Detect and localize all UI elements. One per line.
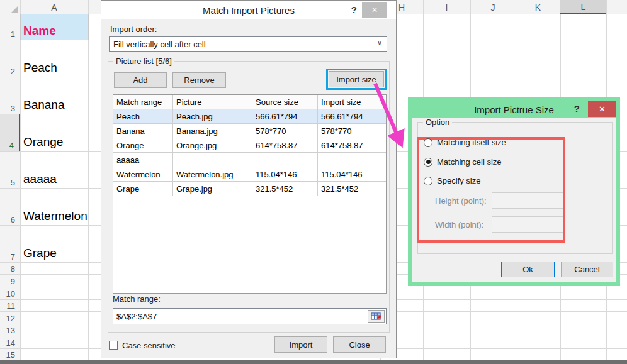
cell-source-size[interactable] xyxy=(252,153,318,167)
import-button[interactable]: Import xyxy=(274,336,327,353)
close-icon[interactable]: ✕ xyxy=(362,2,387,18)
table-row[interactable]: Peach Peach.jpg 566.61*794 566.61*794 xyxy=(113,109,386,124)
select-all-corner[interactable] xyxy=(0,0,20,14)
table-row[interactable]: Watermelon Watermelon.jpg 115.04*146 115… xyxy=(113,167,386,182)
cell-picture[interactable]: Banana.jpg xyxy=(173,124,252,138)
row-header-1[interactable]: 1 xyxy=(0,14,20,40)
cell-source-size[interactable]: 578*770 xyxy=(252,124,318,138)
cell-source-size[interactable]: 321.5*452 xyxy=(252,182,318,196)
add-button[interactable]: Add xyxy=(114,72,167,88)
row-header-8[interactable]: 8 xyxy=(0,262,20,274)
cell-match-range[interactable]: aaaaa xyxy=(113,153,173,167)
picture-list-table: Match range Picture Source size Import s… xyxy=(113,94,387,294)
radio-row-matching-cell[interactable]: Matching cell size xyxy=(424,157,502,167)
size-dialog-body: Option Matching itself size Matching cel… xyxy=(412,118,616,282)
row-header-15[interactable]: 15 xyxy=(0,348,20,360)
dialog-titlebar[interactable]: Match Import Pictures ? ✕ xyxy=(101,1,396,19)
cell-a6[interactable]: Watermelon xyxy=(21,188,88,225)
case-sensitive-label: Case sensitive xyxy=(122,341,176,350)
row-header-11[interactable]: 11 xyxy=(0,299,20,311)
gridline xyxy=(88,0,89,360)
cell-picture[interactable]: Watermelon.jpg xyxy=(173,167,252,181)
cell-a1[interactable]: Name xyxy=(21,14,88,40)
cell-picture[interactable]: Orange.jpg xyxy=(173,138,252,152)
size-dialog-titlebar[interactable]: Import Pictrue Size ? ✕ xyxy=(412,101,616,118)
annotation-arrow-icon xyxy=(368,79,411,152)
row-header-6[interactable]: 6 xyxy=(0,188,20,225)
table-row[interactable]: Banana Banana.jpg 578*770 578*770 xyxy=(113,124,386,138)
cell-match-range[interactable]: Banana xyxy=(113,124,173,138)
cell-import-size[interactable]: 321.5*452 xyxy=(318,182,386,196)
cell-a4[interactable]: Orange xyxy=(21,114,88,151)
col-header-match-range[interactable]: Match range xyxy=(113,95,173,109)
row-header-3[interactable]: 3 xyxy=(0,77,20,114)
cell-a7[interactable]: Grape xyxy=(21,225,88,262)
col-header-source-size[interactable]: Source size xyxy=(252,95,318,109)
cell-a3[interactable]: Banana xyxy=(21,77,88,114)
cell-match-range[interactable]: Watermelon xyxy=(113,167,173,181)
ok-button[interactable]: Ok xyxy=(501,262,555,277)
cell-picture[interactable] xyxy=(173,153,252,167)
column-header-l-selected[interactable]: L xyxy=(560,0,606,14)
radio-label: Matching itself size xyxy=(437,138,506,147)
row-header-5[interactable]: 5 xyxy=(0,151,20,188)
help-icon[interactable]: ? xyxy=(574,103,580,114)
option-group-label: Option xyxy=(423,118,452,127)
radio-icon[interactable] xyxy=(424,177,432,185)
remove-button[interactable]: Remove xyxy=(172,72,226,88)
cell-a2[interactable]: Peach xyxy=(21,40,88,77)
column-header-k[interactable]: K xyxy=(516,0,560,14)
close-button[interactable]: Close xyxy=(333,336,386,353)
cell-a5[interactable]: aaaaa xyxy=(21,151,88,188)
table-row[interactable]: Orange Orange.jpg 614*758.87 614*758.87 xyxy=(113,138,386,153)
picture-list-groupbox: Picture list [5/6] Add Remove Import siz… xyxy=(108,61,390,333)
cell-picture[interactable]: Grape.jpg xyxy=(173,182,252,196)
import-order-label: Import order: xyxy=(110,25,157,34)
cell-import-size[interactable] xyxy=(318,153,386,167)
row-header-9[interactable]: 9 xyxy=(0,274,20,287)
cell-match-range[interactable]: Grape xyxy=(113,182,173,196)
cell-match-range[interactable]: Peach xyxy=(113,109,173,123)
table-header-row: Match range Picture Source size Import s… xyxy=(113,95,386,109)
col-header-picture[interactable]: Picture xyxy=(173,95,252,109)
range-picker-button[interactable] xyxy=(368,310,385,323)
help-icon[interactable]: ? xyxy=(351,4,357,15)
red-highlight-rectangle xyxy=(417,137,565,243)
match-range-label: Match range: xyxy=(113,294,161,304)
radio-label: Matching cell size xyxy=(437,157,502,167)
column-header-j[interactable]: J xyxy=(470,0,516,14)
case-sensitive-checkbox[interactable] xyxy=(109,341,118,350)
row-header-7[interactable]: 7 xyxy=(0,225,20,262)
table-row[interactable]: Grape Grape.jpg 321.5*452 321.5*452 xyxy=(113,182,386,196)
range-picker-icon xyxy=(371,312,382,321)
picture-list-group-label: Picture list [5/6] xyxy=(113,57,174,66)
radio-row-specify-size[interactable]: Specify size xyxy=(424,175,480,186)
row-header-14[interactable]: 14 xyxy=(0,336,20,348)
cancel-button[interactable]: Cancel xyxy=(561,262,613,277)
radio-label: Specify size xyxy=(437,176,480,185)
match-range-input[interactable] xyxy=(113,308,387,324)
radio-icon[interactable] xyxy=(424,158,432,167)
cell-match-range[interactable]: Orange xyxy=(113,138,173,152)
radio-icon[interactable] xyxy=(424,138,432,147)
import-picture-size-dialog: Import Pictrue Size ? ✕ Option Matching … xyxy=(408,97,620,286)
row-header-12[interactable]: 12 xyxy=(0,311,20,324)
cell-source-size[interactable]: 566.61*794 xyxy=(252,109,318,123)
row-header-4-selected[interactable]: 4 xyxy=(0,114,20,151)
row-header-2[interactable]: 2 xyxy=(0,40,20,77)
cell-import-size[interactable]: 115.04*146 xyxy=(318,167,386,181)
chevron-down-icon: ∨ xyxy=(377,39,382,47)
table-row[interactable]: aaaaa xyxy=(113,153,386,167)
cell-picture[interactable]: Peach.jpg xyxy=(173,109,252,123)
radio-row-matching-itself[interactable]: Matching itself size xyxy=(424,137,506,148)
cell-source-size[interactable]: 115.04*146 xyxy=(252,167,318,181)
column-header-i[interactable]: I xyxy=(423,0,470,14)
match-import-pictures-dialog: Match Import Pictures ? ✕ Import order: … xyxy=(101,0,397,358)
row-header-10[interactable]: 10 xyxy=(0,287,20,299)
close-icon[interactable]: ✕ xyxy=(588,101,616,117)
cell-source-size[interactable]: 614*758.87 xyxy=(252,138,318,152)
row-header-13[interactable]: 13 xyxy=(0,324,20,336)
import-order-dropdown[interactable]: Fill vertically cell after cell ∨ xyxy=(109,36,387,52)
select-all-triangle-icon xyxy=(11,6,18,13)
column-header-a[interactable]: A xyxy=(20,0,88,14)
